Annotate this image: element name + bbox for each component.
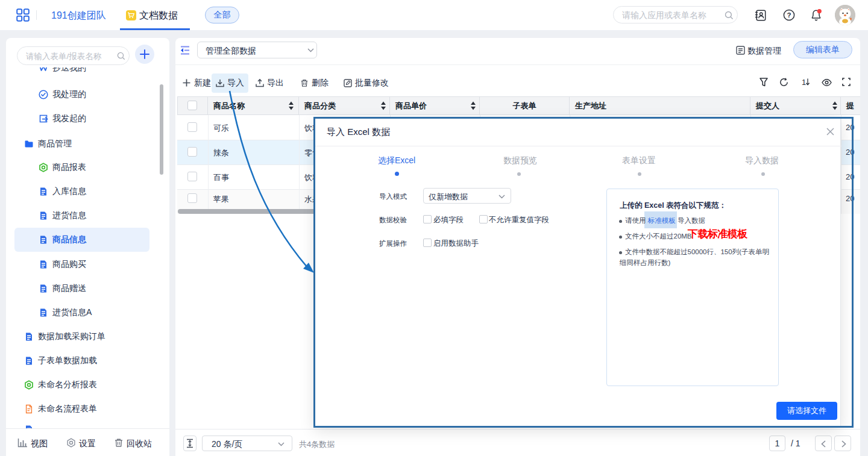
- svg-text:?: ?: [787, 11, 791, 19]
- svg-text:1: 1: [802, 78, 806, 87]
